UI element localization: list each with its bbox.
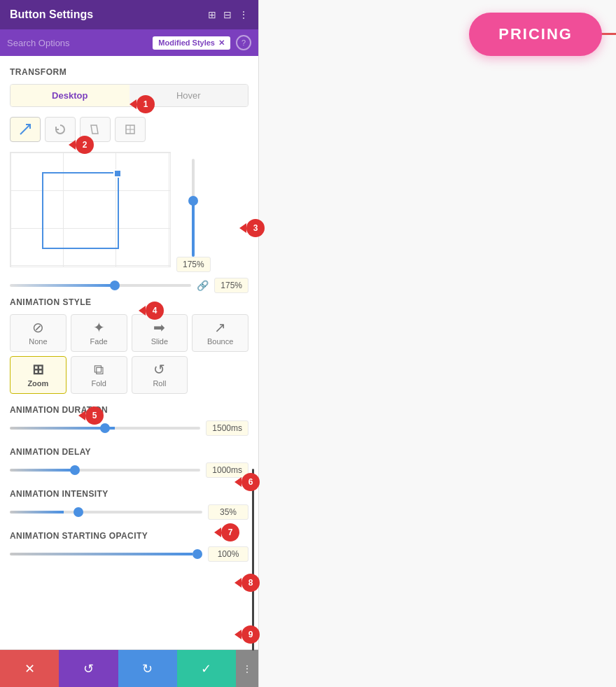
- device-tab-group: Desktop Hover: [10, 84, 248, 107]
- anim-opacity-value: 100%: [208, 546, 248, 562]
- anim-roll-label: Roll: [153, 379, 166, 388]
- panel-header: Button Settings ⊞ ⊟ ⋮: [0, 0, 258, 29]
- transform-rotate-btn[interactable]: [45, 117, 76, 142]
- pricing-button[interactable]: PRICING: [469, 13, 602, 56]
- undo-icon: ↺: [83, 661, 94, 677]
- horizontal-scale-slider[interactable]: [10, 284, 191, 287]
- anim-fade-btn[interactable]: ✦ Fade: [71, 314, 127, 352]
- panel-title: Button Settings: [10, 8, 93, 21]
- transform-scale-btn[interactable]: [10, 117, 41, 142]
- search-input[interactable]: [7, 38, 147, 48]
- animation-style-grid: ⊘ None ✦ Fade ➡ Slide ↗ Bounce ⊞ Zoom ⧉ …: [10, 314, 248, 394]
- anim-duration-value: 1500ms: [206, 420, 248, 436]
- transform-icons-row: [10, 117, 248, 142]
- preview-area: PRICING: [259, 0, 616, 687]
- transform-skew-btn[interactable]: [80, 117, 111, 142]
- redo-button[interactable]: ↻: [118, 650, 177, 687]
- vertical-slider-area: 175%: [176, 152, 211, 272]
- anim-none-icon: ⊘: [32, 320, 44, 334]
- scale-grid: [10, 152, 171, 267]
- vertical-scale-slider[interactable]: [192, 159, 195, 257]
- horizontal-slider-wrap: [10, 278, 191, 292]
- anim-fade-label: Fade: [90, 337, 108, 346]
- redo-icon: ↻: [142, 661, 153, 677]
- svg-line-0: [20, 125, 30, 134]
- animation-duration-section: Animation Duration 1500ms: [10, 405, 248, 436]
- anim-opacity-row: 100%: [10, 546, 248, 562]
- anim-bounce-label: Bounce: [207, 337, 233, 346]
- svg-marker-1: [91, 125, 98, 134]
- scale-widget: 175%: [10, 152, 248, 272]
- pricing-label: PRICING: [498, 25, 573, 43]
- scale-handle[interactable]: [113, 169, 122, 178]
- scale-grid-area: [10, 152, 171, 270]
- undo-button[interactable]: ↺: [59, 650, 118, 687]
- horizontal-scale-value: 175%: [214, 278, 248, 293]
- scale-box[interactable]: [42, 172, 119, 249]
- more-footer-btn[interactable]: ⋮: [236, 650, 258, 687]
- anim-delay-slider[interactable]: [10, 469, 200, 472]
- anim-zoom-btn[interactable]: ⊞ Zoom: [10, 356, 66, 394]
- animation-intensity-section: Animation Intensity 35%: [10, 489, 248, 520]
- anim-opacity-label: Animation Starting Opacity: [10, 531, 248, 541]
- anim-none-label: None: [29, 337, 47, 346]
- settings-panel: Button Settings ⊞ ⊟ ⋮ Modified Styles ✕ …: [0, 0, 259, 687]
- anim-opacity-slider[interactable]: [10, 553, 202, 555]
- transform-label: Transform: [10, 67, 248, 77]
- anim-delay-label: Animation Delay: [10, 447, 248, 457]
- search-bar: Modified Styles ✕ ?: [0, 29, 258, 56]
- anim-fold-btn[interactable]: ⧉ Fold: [71, 356, 127, 394]
- anim-duration-label: Animation Duration: [10, 405, 248, 415]
- confirm-icon: ✓: [201, 661, 211, 677]
- anim-slide-label: Slide: [151, 337, 168, 346]
- animation-delay-section: Animation Delay 1000ms: [10, 447, 248, 478]
- search-circle-icon[interactable]: ?: [236, 35, 251, 50]
- badge-label: Modified Styles: [158, 38, 215, 47]
- anim-intensity-value: 35%: [208, 504, 248, 520]
- cancel-icon: ✕: [24, 661, 35, 677]
- anim-delay-value: 1000ms: [206, 462, 248, 478]
- anim-none-btn[interactable]: ⊘ None: [10, 314, 66, 352]
- confirm-button[interactable]: ✓: [177, 650, 236, 687]
- panel-content: Transform Desktop Hover: [0, 56, 258, 649]
- anim-roll-btn[interactable]: ↺ Roll: [132, 356, 188, 394]
- anim-zoom-icon: ⊞: [32, 362, 44, 376]
- anim-fade-icon: ✦: [93, 320, 105, 334]
- badge-close-icon[interactable]: ✕: [218, 38, 225, 48]
- anim-duration-slider[interactable]: [10, 427, 200, 430]
- anim-duration-row: 1500ms: [10, 420, 248, 436]
- tab-desktop[interactable]: Desktop: [10, 85, 130, 106]
- transform-translate-btn[interactable]: [115, 117, 146, 142]
- panel-footer: ✕ ↺ ↻ ✓ ⋮: [0, 649, 258, 687]
- anim-bounce-icon: ↗: [214, 320, 226, 334]
- anim-intensity-label: Animation Intensity: [10, 489, 248, 499]
- maximize-icon[interactable]: ⊞: [208, 9, 216, 20]
- anim-intensity-row: 35%: [10, 504, 248, 520]
- animation-style-label: Animation Style: [10, 297, 248, 307]
- cancel-button[interactable]: ✕: [0, 650, 59, 687]
- anim-intensity-slider[interactable]: [10, 511, 202, 514]
- modified-styles-badge[interactable]: Modified Styles ✕: [153, 36, 230, 50]
- header-icons: ⊞ ⊟ ⋮: [208, 9, 248, 20]
- link-axis-icon[interactable]: 🔗: [197, 280, 209, 291]
- anim-fold-label: Fold: [91, 379, 106, 388]
- anim-fold-icon: ⧉: [94, 362, 104, 376]
- anim-bounce-btn[interactable]: ↗ Bounce: [192, 314, 248, 352]
- anim-slide-btn[interactable]: ➡ Slide: [132, 314, 188, 352]
- anim-zoom-label: Zoom: [27, 379, 48, 388]
- tab-hover[interactable]: Hover: [130, 85, 248, 106]
- anim-roll-icon: ↺: [153, 362, 165, 376]
- layout-icon[interactable]: ⊟: [223, 9, 232, 20]
- horizontal-slider-row: 🔗 175%: [10, 278, 248, 293]
- vertical-scale-value: 175%: [176, 257, 211, 272]
- anim-delay-row: 1000ms: [10, 462, 248, 478]
- animation-opacity-section: Animation Starting Opacity 100%: [10, 531, 248, 562]
- more-options-icon[interactable]: ⋮: [239, 9, 248, 20]
- anim-slide-icon: ➡: [153, 320, 165, 334]
